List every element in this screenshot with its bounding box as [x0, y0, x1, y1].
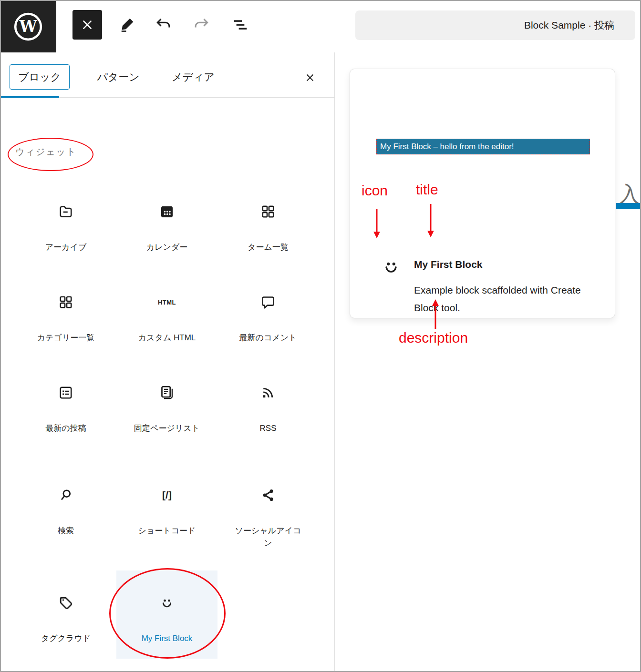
block-inserter-panel: ブロック パターン メディア ウィジェット: [0, 52, 335, 672]
block-item-label: カテゴリー一覧: [37, 332, 95, 344]
page-list-icon: [158, 384, 176, 401]
annotation-title-label: title: [416, 182, 438, 198]
redo-icon: [192, 16, 210, 34]
block-item-shortcode[interactable]: [/] ショートコード: [116, 475, 217, 570]
block-preview-title: My First Block: [414, 259, 483, 270]
calendar-icon: [158, 203, 176, 220]
redo-button[interactable]: [186, 10, 216, 40]
document-title: Block Sample · 投稿: [524, 19, 614, 32]
undo-button[interactable]: [149, 10, 178, 40]
block-item-rss[interactable]: RSS: [217, 373, 319, 475]
inserter-tabs-header: ブロック パターン メディア: [0, 52, 335, 98]
block-item-my-first-block[interactable]: My First Block: [116, 570, 217, 659]
block-item-label: カスタム HTML: [138, 332, 196, 344]
inserter-close-button[interactable]: [300, 70, 320, 86]
active-tab-indicator: [0, 96, 59, 98]
shortcode-icon: [/]: [158, 487, 176, 504]
annotation-description-label: description: [399, 330, 468, 346]
close-icon: [304, 72, 316, 83]
list-view-button[interactable]: [226, 10, 255, 40]
wordpress-w-icon: W: [12, 11, 44, 42]
comment-icon: [259, 294, 277, 311]
smiley-icon: [158, 594, 176, 611]
block-item-label: タグクラウド: [41, 632, 91, 645]
smiley-icon: [380, 256, 402, 278]
editor-topbar: W: [0, 0, 641, 52]
grid-squares-icon: [57, 294, 74, 311]
block-item-label: アーカイブ: [45, 241, 87, 254]
edit-mode-button[interactable]: [112, 10, 142, 40]
block-item-term-list[interactable]: ターム一覧: [217, 192, 319, 282]
block-item-label: 最新のコメント: [239, 332, 297, 344]
block-item-latest-posts[interactable]: 最新の投稿: [15, 373, 116, 475]
block-item-label: ショートコード: [138, 525, 196, 537]
block-item-page-list[interactable]: 固定ページリスト: [116, 373, 217, 475]
block-item-tag-cloud[interactable]: タグクラウド: [15, 570, 116, 659]
archive-icon: [57, 203, 74, 220]
annotation-arrow-description: [432, 299, 439, 329]
annotation-arrow-icon: [373, 209, 380, 238]
block-item-archives[interactable]: アーカイブ: [15, 192, 116, 282]
editor-selection-bar: [616, 203, 641, 209]
block-item-label: 固定ページリスト: [134, 422, 200, 435]
block-item-label: My First Block: [142, 632, 193, 645]
tab-patterns[interactable]: パターン: [90, 64, 147, 90]
block-item-custom-html[interactable]: HTML カスタム HTML: [116, 282, 217, 373]
pencil-icon: [118, 16, 135, 33]
grid-squares-icon: [259, 203, 277, 220]
block-preview-description: Example block scaffolded with Create Blo…: [414, 281, 602, 316]
block-item-label: RSS: [260, 422, 277, 435]
html-text-icon: HTML: [158, 294, 176, 311]
close-icon: [81, 19, 93, 31]
wordpress-logo[interactable]: W: [0, 0, 56, 53]
tab-media[interactable]: メディア: [165, 64, 222, 90]
search-icon: [57, 487, 74, 504]
block-preview-bar: My First Block – hello from the editor!: [376, 139, 590, 154]
category-label-widgets: ウィジェット: [15, 146, 77, 158]
undo-icon: [155, 16, 173, 34]
wordpress-editor-screen: W: [0, 0, 641, 672]
block-item-label: ソーシャルアイコン: [235, 525, 301, 550]
close-inserter-button[interactable]: [72, 10, 102, 40]
svg-text:W: W: [19, 17, 37, 36]
block-preview-card: My First Block – hello from the editor! …: [350, 69, 615, 318]
block-grid: アーカイブ カレンダー: [15, 192, 320, 659]
share-icon: [259, 487, 277, 504]
block-item-category-list[interactable]: カテゴリー一覧: [15, 282, 116, 373]
block-item-social-icons[interactable]: ソーシャルアイコン: [217, 475, 319, 570]
block-item-calendar[interactable]: カレンダー: [116, 192, 217, 282]
block-item-search[interactable]: 検索: [15, 475, 116, 570]
tab-blocks[interactable]: ブロック: [10, 64, 70, 90]
block-item-label: ターム一覧: [248, 241, 289, 254]
block-item-label: カレンダー: [146, 241, 188, 254]
list-view-icon: [231, 15, 250, 34]
post-list-icon: [57, 384, 74, 401]
annotation-icon-label: icon: [362, 183, 388, 199]
tag-icon: [57, 594, 74, 611]
block-item-latest-comments[interactable]: 最新のコメント: [217, 282, 319, 373]
document-title-bar[interactable]: Block Sample · 投稿: [355, 10, 635, 40]
annotation-arrow-title: [427, 204, 434, 237]
editor-canvas-area: My First Block – hello from the editor! …: [335, 52, 641, 672]
block-item-label: 検索: [58, 525, 74, 537]
block-item-label: 最新の投稿: [45, 422, 86, 435]
rss-icon: [259, 384, 277, 401]
